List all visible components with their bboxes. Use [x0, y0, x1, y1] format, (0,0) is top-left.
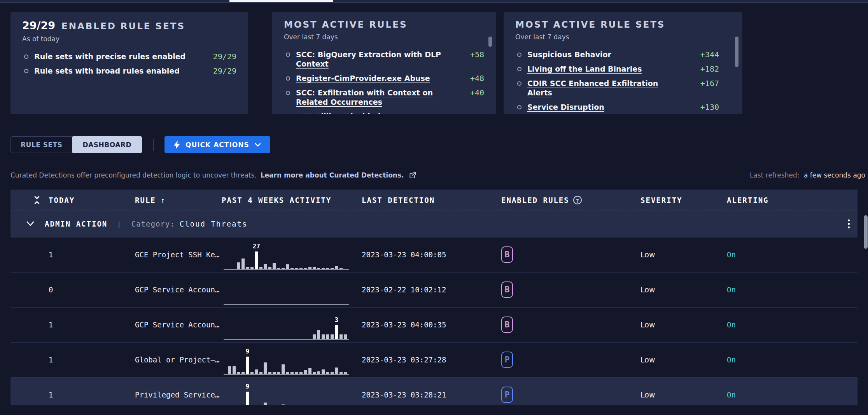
alerting-status[interactable]: On — [727, 250, 858, 259]
category-label: Category: — [131, 220, 175, 228]
rule-set-section-header[interactable]: ADMIN ACTION | Category: Cloud Threats — [10, 211, 858, 237]
curated-detections-table: TODAY RULE ↑ PAST 4 WEEKS ACTIVITY LAST … — [10, 190, 858, 405]
metric-label: Rule sets with precise rules enabled — [34, 52, 208, 61]
card-list-item: Rule sets with precise rules enabled29/2… — [22, 52, 236, 61]
quick-actions-button[interactable]: QUICK ACTIONS — [164, 136, 270, 153]
activity-cell: 27 — [222, 237, 362, 272]
kebab-menu-icon[interactable] — [845, 217, 852, 231]
enabled-rules-badge[interactable]: B — [501, 246, 513, 263]
spark-bar — [304, 268, 307, 269]
alerting-status[interactable]: On — [727, 355, 858, 364]
today-count: 0 — [49, 285, 135, 294]
description-row: Curated Detections offer preconfigured d… — [10, 171, 865, 179]
learn-more-link[interactable]: Learn more about Curated Detections. — [261, 171, 404, 179]
spark-bar — [326, 268, 329, 269]
severity: Low — [640, 250, 727, 259]
spark-bar — [313, 334, 316, 339]
activity-cell: 9 — [222, 343, 362, 377]
rule-link[interactable]: Living off the Land Binaries — [527, 64, 691, 74]
top-divider — [0, 2, 868, 3]
spark-bar — [295, 268, 298, 269]
spark-bar — [237, 372, 240, 374]
activity-cell: 3 — [222, 308, 362, 342]
spark-bar — [340, 372, 343, 374]
spark-bar — [286, 264, 289, 269]
tab-dashboard[interactable]: DASHBOARD — [72, 136, 142, 153]
last-detection: 2023-02-22 10:02:12 — [362, 285, 501, 294]
table-row[interactable]: 1GCE Project SSH Ke…272023-03-23 04:00:0… — [10, 237, 858, 272]
scrollbar-thumb[interactable] — [735, 37, 738, 67]
spark-bar — [331, 334, 334, 339]
metric-value: +344 — [691, 50, 719, 59]
rule-name: GCP Service Accoun… — [135, 285, 222, 294]
enabled-rules-cell: B — [501, 317, 640, 333]
metric-value: +58 — [456, 50, 484, 59]
spark-bar — [317, 371, 320, 375]
table-row[interactable]: 1Privileged Service…92023-03-23 03:28:21… — [10, 377, 858, 405]
card-list-item: CDIR SCC Enhanced Exfiltration Alerts+16… — [515, 79, 719, 97]
spark-bar — [264, 264, 267, 269]
column-header-today[interactable]: TODAY — [49, 196, 135, 204]
spark-bar — [340, 334, 343, 339]
rule-link[interactable]: CDIR SCC Enhanced Exfiltration Alerts — [527, 79, 691, 97]
column-header-enabled-rules[interactable]: ENABLED RULES ? — [501, 196, 640, 204]
table-header-row: TODAY RULE ↑ PAST 4 WEEKS ACTIVITY LAST … — [10, 190, 858, 211]
column-header-rule[interactable]: RULE ↑ — [135, 196, 222, 204]
card-list: Suspicious Behavior+344Living off the La… — [515, 50, 731, 112]
alerting-status[interactable]: On — [727, 285, 858, 294]
today-count: 1 — [49, 250, 135, 259]
card-title: MOST ACTIVE RULES — [284, 19, 407, 30]
enabled-rules-badge[interactable]: B — [501, 281, 513, 298]
spark-bar — [242, 372, 245, 374]
enabled-rules-badge[interactable]: P — [501, 352, 513, 368]
table-body: 1GCE Project SSH Ke…272023-03-23 04:00:0… — [10, 237, 858, 405]
rule-link[interactable]: Suspicious Behavior — [527, 50, 691, 59]
spark-bar — [282, 268, 285, 269]
rule-link[interactable]: Register-CimProvider.exe Abuse — [296, 74, 456, 83]
tab-rule-sets[interactable]: RULE SETS — [10, 136, 72, 153]
table-row[interactable]: 0GCP Service Accoun…2023-02-22 10:02:12B… — [10, 272, 858, 307]
rule-name: Global or Project–… — [135, 355, 222, 364]
enabled-rules-cell: B — [501, 246, 640, 263]
spark-bar — [331, 268, 334, 269]
spark-bar — [264, 362, 267, 374]
rule-link[interactable]: SCC: Exfiltration with Context on Relate… — [296, 88, 456, 107]
help-icon[interactable]: ? — [573, 196, 582, 204]
external-link-icon[interactable] — [409, 171, 416, 179]
table-row[interactable]: 1GCP Service Accoun…32023-03-23 04:00:35… — [10, 307, 858, 342]
chevron-down-icon[interactable] — [26, 221, 35, 227]
bullet-icon — [286, 91, 290, 95]
column-header-activity[interactable]: PAST 4 WEEKS ACTIVITY — [222, 196, 362, 204]
spark-bar — [246, 357, 249, 374]
enabled-rules-badge[interactable]: P — [501, 387, 513, 403]
spark-bar — [308, 368, 312, 374]
column-header-last-detection[interactable]: LAST DETECTION — [362, 196, 501, 204]
summary-cards: 29/29 ENABLED RULE SETS As of today Rule… — [10, 12, 858, 114]
metric-label: Rule sets with broad rules enabled — [34, 66, 208, 76]
alerting-status[interactable]: On — [727, 390, 858, 399]
scrollbar-thumb[interactable] — [488, 37, 492, 47]
table-row[interactable]: 1Global or Project–…92023-03-23 03:27:28… — [10, 342, 858, 377]
category-value: Cloud Threats — [180, 220, 248, 228]
spark-bar — [259, 267, 262, 269]
chevron-down-icon — [255, 143, 261, 147]
spark-bar — [246, 267, 249, 269]
spark-bar — [282, 364, 285, 374]
column-header-alerting[interactable]: ALERTING — [727, 196, 858, 204]
metric-value: 29/29 — [208, 66, 236, 76]
severity: Low — [640, 320, 727, 329]
alerting-status[interactable]: On — [727, 320, 858, 329]
card-list-item: Service Disruption+130 — [515, 102, 719, 112]
spark-bar — [299, 268, 303, 269]
bullet-icon — [24, 69, 28, 73]
enabled-rules-badge[interactable]: B — [501, 317, 513, 333]
card-title: MOST ACTIVE RULE SETS — [515, 19, 665, 30]
active-tab-indicator[interactable] — [229, 0, 333, 2]
rule-link[interactable]: GCP Billing Disabled — [296, 112, 456, 114]
column-header-severity[interactable]: SEVERITY — [640, 196, 727, 204]
collapse-all-icon[interactable] — [33, 195, 41, 205]
card-subtitle: Over last 7 days — [284, 33, 484, 41]
page-scrollbar-thumb[interactable] — [864, 215, 868, 249]
rule-link[interactable]: Service Disruption — [527, 102, 691, 112]
rule-link[interactable]: SCC: BigQuery Extraction with DLP Contex… — [296, 50, 456, 69]
